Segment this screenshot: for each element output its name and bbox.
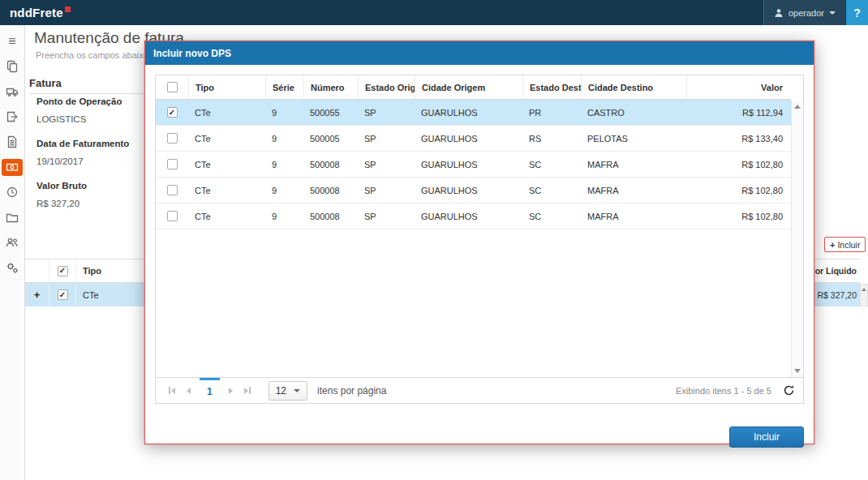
- row-checkbox-cell: [156, 100, 188, 125]
- page-size-value: 12: [276, 385, 286, 396]
- truck-icon[interactable]: [0, 80, 25, 103]
- row-checkbox[interactable]: [167, 133, 178, 144]
- brand-text: nddFrete: [10, 6, 63, 19]
- scroll-up-icon[interactable]: [794, 105, 801, 109]
- current-page[interactable]: 1: [200, 378, 220, 403]
- column-header-4[interactable]: Cidade Origem: [415, 75, 522, 99]
- field-value-ponto-operacao: LOGISTICS: [37, 114, 129, 124]
- cell: GUARULHOS: [415, 204, 522, 229]
- vertical-scrollbar[interactable]: [791, 101, 803, 377]
- dps-row[interactable]: CTe9500008SPGUARULHOSSCMAFRAR$ 102,80: [156, 204, 791, 229]
- help-button[interactable]: ?: [846, 0, 868, 25]
- cell: SP: [358, 126, 415, 151]
- scroll-up-icon: [862, 288, 866, 291]
- cell: 500008: [303, 204, 358, 229]
- field-value-valor-bruto: R$ 327,20: [37, 199, 129, 208]
- row-checkbox[interactable]: [167, 159, 178, 169]
- money-icon[interactable]: [0, 156, 25, 178]
- menu-icon[interactable]: ≡: [0, 30, 25, 53]
- background-grid-fragment-left: Tipo + CTe: [25, 259, 144, 306]
- column-header-5[interactable]: Estado Dest...: [522, 75, 581, 99]
- select-all-checkbox[interactable]: [167, 82, 178, 92]
- row-checkbox[interactable]: [167, 185, 178, 195]
- app-root: nddFrete operador ? ≡: [0, 0, 868, 480]
- cell: 9: [265, 178, 303, 203]
- background-grid-scrollbar[interactable]: [860, 284, 868, 306]
- dps-grid: TipoSérieNúmeroEstado Orig...Cidade Orig…: [155, 75, 804, 404]
- plus-icon: +: [830, 240, 835, 250]
- cell: CTe: [188, 126, 265, 151]
- column-header-1[interactable]: Série: [265, 75, 303, 99]
- dps-row[interactable]: CTe9500055SPGUARULHOSPRCASTROR$ 112,94: [156, 100, 791, 126]
- cell: GUARULHOS: [415, 100, 522, 125]
- last-page-button[interactable]: [239, 383, 256, 399]
- column-header-7[interactable]: Valor: [686, 75, 791, 99]
- cell: R$ 102,80: [686, 152, 791, 177]
- row-checkbox[interactable]: [58, 289, 68, 300]
- row-expander-cell: +: [25, 283, 49, 306]
- column-header-valor-liquido[interactable]: lor Líquido: [814, 259, 860, 283]
- first-page-button[interactable]: [164, 383, 180, 399]
- column-header-2[interactable]: Número: [303, 75, 358, 99]
- cell: 9: [265, 100, 303, 125]
- sidebar: ≡: [0, 25, 25, 480]
- background-grid-fragment-right: lor Líquido R$ 327,20: [814, 259, 860, 306]
- row-checkbox-cell: [156, 204, 188, 229]
- row-checkbox[interactable]: [167, 107, 178, 118]
- cell: 9: [265, 152, 303, 177]
- refresh-icon[interactable]: [783, 384, 795, 396]
- grid-row[interactable]: + CTe: [25, 283, 144, 306]
- modal-table-body: CTe9500055SPGUARULHOSPRCASTROR$ 112,94CT…: [156, 100, 791, 229]
- history-icon[interactable]: [0, 181, 25, 204]
- pagination-bar: 1 12 itens por página Exibindo itens 1 -…: [156, 377, 803, 403]
- cell-valor-liquido: R$ 327,20: [814, 283, 860, 306]
- panel-title-fatura: Fatura: [29, 77, 62, 89]
- cell: CTe: [188, 100, 265, 125]
- cell: MAFRA: [581, 152, 686, 177]
- cell: CTe: [188, 204, 265, 229]
- cell: SP: [358, 178, 415, 203]
- cell: 500055: [303, 100, 358, 125]
- settings-gears-icon[interactable]: [0, 256, 25, 279]
- page-size-select[interactable]: 12: [269, 381, 307, 401]
- column-header-tipo[interactable]: Tipo: [76, 266, 144, 276]
- cell: GUARULHOS: [415, 126, 522, 151]
- dps-row[interactable]: CTe9500008SPGUARULHOSSCMAFRAR$ 102,80: [156, 178, 791, 204]
- cell: SC: [522, 204, 581, 229]
- cell: 500008: [303, 152, 358, 177]
- user-name: operador: [789, 8, 824, 18]
- cell: CTe: [188, 178, 265, 203]
- prev-page-button[interactable]: [180, 383, 196, 399]
- cell: 500005: [303, 126, 358, 151]
- row-checkbox[interactable]: [167, 211, 178, 221]
- dps-row[interactable]: CTe9500008SPGUARULHOSSCMAFRAR$ 102,80: [156, 152, 791, 178]
- modal-header[interactable]: Incluir novo DPS: [145, 41, 814, 65]
- cell-tipo: CTe: [76, 290, 144, 300]
- cell: SP: [358, 152, 415, 177]
- column-header-3[interactable]: Estado Orig...: [358, 75, 415, 99]
- next-page-button[interactable]: [223, 383, 239, 399]
- document-icon[interactable]: [0, 131, 25, 153]
- topbar: nddFrete operador ?: [0, 0, 868, 25]
- select-all-checkbox[interactable]: [58, 266, 68, 276]
- expand-row-icon[interactable]: +: [34, 289, 41, 301]
- copy-pages-icon[interactable]: [0, 55, 25, 78]
- cell: MAFRA: [581, 178, 686, 203]
- export-icon[interactable]: [0, 105, 25, 128]
- cell: PR: [522, 100, 581, 125]
- incluir-submit-button[interactable]: Incluir: [729, 426, 804, 448]
- cell: GUARULHOS: [415, 178, 522, 203]
- cell: R$ 102,80: [686, 178, 791, 203]
- modal-body: TipoSérieNúmeroEstado Orig...Cidade Orig…: [145, 75, 814, 453]
- users-icon[interactable]: [0, 231, 25, 254]
- brand-logo: nddFrete: [10, 6, 71, 19]
- brand-flag-icon: [65, 6, 71, 12]
- column-header-6[interactable]: Cidade Destino: [581, 75, 686, 99]
- incluir-dps-button[interactable]: + Incluir: [824, 237, 866, 252]
- scroll-down-icon[interactable]: [794, 369, 801, 373]
- column-header-0[interactable]: Tipo: [188, 75, 265, 99]
- user-menu[interactable]: operador: [763, 0, 846, 25]
- row-checkbox-cell: [49, 283, 76, 306]
- dps-row[interactable]: CTe9500005SPGUARULHOSRSPELOTASR$ 133,40: [156, 126, 791, 152]
- folder-icon[interactable]: [0, 206, 25, 229]
